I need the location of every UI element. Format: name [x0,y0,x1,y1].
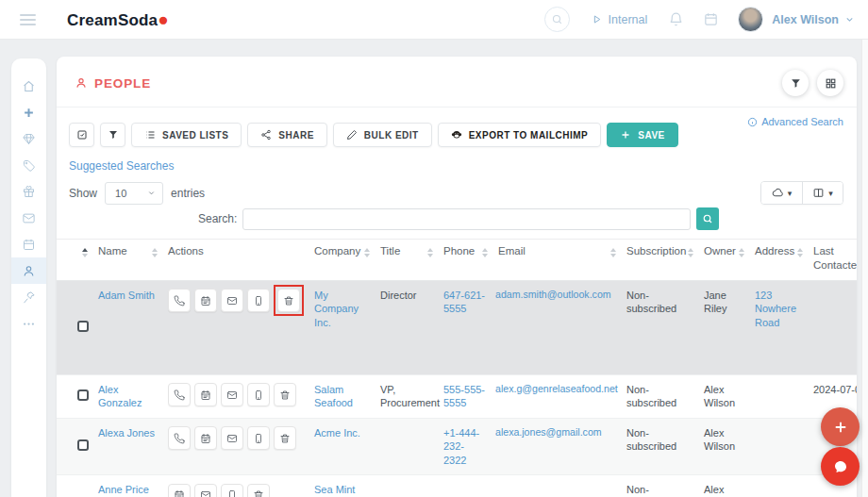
search-icon[interactable] [544,7,570,32]
action-delete-button[interactable] [277,289,300,312]
bulk-edit-button[interactable]: BULK EDIT [333,123,432,147]
email-link[interactable]: alexa.jones@gmail.com [495,426,602,438]
column-header-subscription[interactable]: Subscription [621,240,698,281]
row-checkbox[interactable] [77,389,89,401]
owner-cell: Alex Wilson [698,418,749,475]
sort-arrows[interactable] [688,248,693,257]
sort-arrows[interactable] [364,248,370,257]
email-link[interactable]: alex.g@genrelaseafood.net [495,383,618,394]
app-logo[interactable]: CreamSoda● [67,9,169,30]
person-name-link[interactable]: Alexa Jones [98,427,155,439]
menu-icon[interactable] [20,14,36,25]
column-header-last-contacted[interactable]: Last Contacted [808,240,857,281]
export-mailchimp-button[interactable]: EXPORT TO MAILCHIMP [438,123,602,147]
action-calendar-button[interactable] [194,383,217,406]
sort-arrows[interactable] [797,248,803,257]
action-delete-button[interactable] [274,383,296,406]
saved-lists-button[interactable]: SAVED LISTS [131,123,242,147]
sidebar-item-calendar[interactable] [11,231,46,257]
filter-button[interactable] [782,70,809,96]
sidebar-item-gifts[interactable] [11,178,46,205]
select-all-button[interactable] [69,123,94,147]
action-email-button[interactable] [221,383,243,406]
sidebar-item-deals[interactable] [11,125,46,152]
column-header-owner[interactable]: Owner [698,240,749,281]
internal-menu[interactable]: Internal [591,13,648,26]
person-name-link[interactable]: Adam Smith [98,290,155,301]
search-input[interactable] [242,208,691,230]
sort-arrows[interactable] [739,248,744,257]
company-link[interactable]: My Company Inc. [314,290,359,328]
save-button[interactable]: SAVE [607,123,678,147]
action-mobile-button[interactable] [221,484,243,497]
person-name-link[interactable]: Alex Gonzalez [98,384,142,409]
user-name[interactable]: Alex Wilson [772,13,839,26]
grid-view-button[interactable] [817,70,843,96]
chat-fab[interactable] [821,447,860,486]
row-checkbox[interactable] [77,321,89,332]
action-phone-button[interactable] [168,289,191,312]
action-calendar-button[interactable] [194,289,217,312]
sort-arrows[interactable] [610,248,616,257]
advanced-search-link[interactable]: Advanced Search [747,116,843,127]
company-link[interactable]: Sea Mint Inc. [314,484,355,497]
sidebar-item-add[interactable] [11,99,46,125]
column-header-select[interactable] [57,240,92,281]
action-calendar-button[interactable] [194,426,217,450]
action-email-button[interactable] [221,289,243,312]
sidebar-item-people[interactable] [11,257,46,284]
export-cloud-button[interactable]: ▾ [761,182,802,204]
email-link[interactable]: adam.smith@outlook.com [495,289,611,300]
sort-arrows[interactable] [82,248,88,257]
sort-arrows[interactable] [482,248,488,257]
page-scrollbar[interactable] [861,40,868,497]
action-mobile-button[interactable] [247,383,270,406]
sidebar-item-home[interactable] [11,73,46,99]
column-header-actions[interactable]: Actions [162,240,309,281]
page-size-select[interactable]: 10 [105,182,163,205]
grid-icon [825,77,837,90]
subscription-cell: Non-subscribed [621,280,698,374]
column-header-email[interactable]: Email [492,240,621,281]
action-mobile-button[interactable] [247,289,270,312]
sidebar-item-tags[interactable] [11,152,46,178]
add-record-fab[interactable] [821,407,860,446]
person-name-link[interactable]: Anne Price [98,484,149,495]
share-button[interactable]: SHARE [247,123,327,147]
action-delete-button[interactable] [274,426,296,450]
suggested-searches-link[interactable]: Suggested Searches [69,159,174,173]
filter-small-button[interactable] [100,123,125,147]
calendar-icon[interactable] [703,11,719,27]
action-email-button[interactable] [194,484,217,497]
columns-button[interactable]: ▾ [802,182,843,204]
phone-link[interactable]: 555-555-5555 [443,384,485,409]
column-header-phone[interactable]: Phone [438,240,492,281]
action-calendar-button[interactable] [168,484,191,497]
phone-icon [174,433,185,444]
action-phone-button[interactable] [168,383,191,406]
company-link[interactable]: Salam Seafood [314,384,353,409]
row-checkbox[interactable] [77,439,89,451]
action-mobile-button[interactable] [247,426,270,450]
person-icon [22,264,36,278]
user-avatar[interactable] [738,7,763,32]
action-delete-button[interactable] [247,484,270,497]
column-header-name[interactable]: Name [92,240,162,281]
sidebar-item-pins[interactable] [11,284,46,310]
phone-link[interactable]: 647-621-5555 [443,290,485,315]
company-link[interactable]: Acme Inc. [314,427,360,439]
chevron-down-icon[interactable] [844,14,855,25]
bell-icon[interactable] [668,11,684,27]
column-header-company[interactable]: Company [309,240,375,281]
action-phone-button[interactable] [168,426,191,450]
column-header-title[interactable]: Title [375,240,438,281]
column-header-address[interactable]: Address [749,240,808,281]
action-email-button[interactable] [221,426,243,450]
sidebar-item-email[interactable] [11,205,46,231]
sidebar-item-more[interactable] [11,310,46,337]
address-link[interactable]: 123 Nowhere Road [755,290,796,328]
sort-arrows[interactable] [427,248,433,257]
table-search-button[interactable] [696,207,719,230]
phone-link[interactable]: +1-444-232-2322 [443,427,479,466]
sort-arrows[interactable] [152,248,158,257]
